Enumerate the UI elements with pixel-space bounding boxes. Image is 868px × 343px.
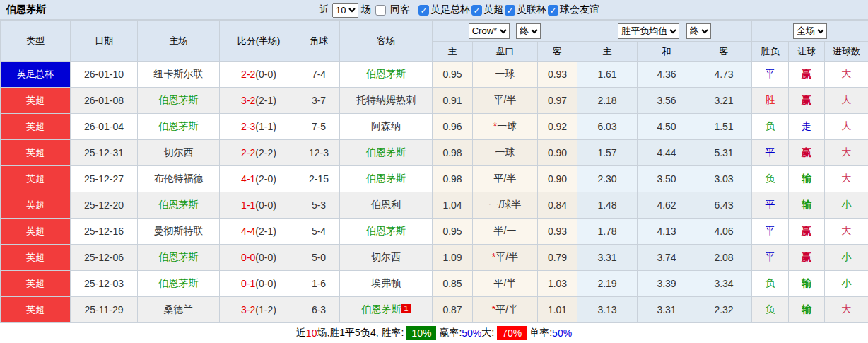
cell-date: 25-12-16 — [71, 219, 138, 245]
halftime-score: (2-2) — [255, 147, 276, 158]
cell-handicap-result: 赢 — [789, 245, 825, 271]
handicap-result-text: 输 — [802, 303, 811, 315]
cell-corners: 5-4 — [298, 219, 340, 245]
summary-segment: 赢率: — [439, 327, 462, 339]
goals-result-text: 小 — [842, 199, 852, 210]
handicap-result-text: 赢 — [802, 225, 811, 236]
cell-score: 0-0(0-0) — [220, 245, 298, 271]
games-count-select[interactable]: 10 — [332, 3, 358, 18]
cell-score: 3-2(1-2) — [220, 297, 298, 323]
checkbox-icon[interactable]: ✓ — [505, 5, 515, 16]
team-title: 伯恩茅斯 — [6, 4, 46, 16]
table-row: 英超 25-12-06 伯恩茅斯 0-0(0-0) 5-0 切尔西 1.09 *… — [1, 245, 868, 271]
checkbox-icon[interactable]: ✓ — [548, 5, 558, 16]
col-avg-draw: 和 — [638, 42, 696, 62]
cell-goals-result: 大 — [825, 62, 868, 88]
away-team-name: 伯恩利 — [371, 199, 401, 210]
goals-result-text: 大 — [842, 173, 852, 184]
same-opponent-checkbox[interactable] — [375, 5, 386, 16]
home-team-name: 伯恩茅斯 — [159, 94, 199, 105]
table-row: 英超 25-11-29 桑德兰 3-2(1-2) 6-3 伯恩茅斯1 0.87 … — [1, 297, 868, 323]
scope-select[interactable]: 全场 — [793, 23, 827, 39]
cell-away-team: 伯恩茅斯1 — [340, 297, 433, 323]
handicap-result-text: 赢 — [802, 146, 811, 158]
fulltime-score: 4-1 — [241, 173, 255, 185]
home-team-name: 曼彻斯特联 — [154, 225, 204, 236]
league-filter-label: 英超 — [483, 4, 503, 16]
cell-handicap-name: 平/半 — [473, 88, 538, 114]
cell-away-team: 伯恩茅斯 — [340, 62, 433, 88]
cell-result: 平 — [752, 62, 789, 88]
home-team-name: 伯恩茅斯 — [159, 251, 199, 262]
cell-handicap-name: *平/半 — [473, 297, 538, 323]
handicap-result-text: 赢 — [802, 251, 811, 262]
cell-handicap-result: 赢 — [789, 140, 825, 166]
cell-corners: 3-7 — [298, 88, 340, 114]
cell-handicap-result: 输 — [789, 297, 825, 323]
cell-away-team: 伯恩茅斯 — [340, 219, 433, 245]
summary-segment: 50% — [462, 327, 481, 339]
cell-date: 26-01-10 — [71, 62, 138, 88]
away-team-name: 伯恩茅斯 — [366, 68, 406, 79]
result-text: 平 — [766, 146, 775, 158]
halftime-score: (0-0) — [255, 252, 276, 263]
handicap-dropdown-group: Crow* 终 — [433, 21, 577, 42]
odds-state-select[interactable]: 终 — [516, 23, 541, 39]
handicap-name: 平/半 — [495, 303, 518, 315]
fulltime-score: 3-2 — [241, 304, 255, 315]
league-badge: 英超 — [26, 226, 45, 236]
cell-score: 2-2(2-2) — [220, 140, 298, 166]
league-filter[interactable]: ✓英足总杯 — [417, 4, 470, 16]
cell-goals-result: 大 — [825, 219, 868, 245]
avg-type-select[interactable]: 胜平负均值 — [618, 23, 679, 39]
cell-home-team: 伯恩茅斯 — [138, 88, 220, 114]
cell-home-team: 伯恩茅斯 — [138, 192, 220, 219]
cell-result: 负 — [752, 166, 789, 192]
avg-state-select[interactable]: 终 — [686, 23, 711, 39]
cell-handicap-away-odds: 0.90 — [538, 166, 577, 192]
cell-away-team: 伯恩茅斯 — [340, 140, 433, 166]
cell-result: 负 — [752, 271, 789, 297]
result-text: 平 — [766, 68, 775, 79]
cell-away-team: 埃弗顿 — [340, 271, 433, 297]
cell-league: 英超 — [1, 140, 71, 166]
handicap-result-text: 输 — [802, 199, 811, 210]
cell-result: 平 — [752, 219, 789, 245]
cell-corners: 2-15 — [298, 166, 340, 192]
cell-score: 2-3(1-1) — [220, 114, 298, 140]
cell-league: 英超 — [1, 166, 71, 192]
cell-avg-away: 5.31 — [696, 140, 752, 166]
cell-avg-away: 4.06 — [696, 219, 752, 245]
checkbox-icon[interactable]: ✓ — [471, 5, 482, 16]
col-away: 客场 — [340, 21, 433, 62]
fulltime-score: 2-2 — [241, 69, 255, 80]
league-badge: 英超 — [26, 147, 45, 158]
cell-handicap-away-odds: 0.92 — [538, 114, 577, 140]
cell-handicap-name: 平/半 — [473, 271, 538, 297]
cell-handicap-home-odds: 0.91 — [433, 88, 473, 114]
goals-result-text: 小 — [842, 277, 852, 289]
handicap-name: 半/一 — [494, 225, 517, 236]
cell-home-team: 纽卡斯尔联 — [138, 62, 220, 88]
cell-handicap-away-odds: 0.90 — [538, 140, 577, 166]
cell-avg-away: 4.73 — [696, 62, 752, 88]
league-filter[interactable]: ✓球会友谊 — [546, 4, 599, 16]
cell-handicap-name: 平/半 — [473, 166, 538, 192]
cell-home-team: 伯恩茅斯 — [138, 114, 220, 140]
handicap-result-text: 走 — [802, 120, 811, 132]
cell-result: 胜 — [752, 88, 789, 114]
table-row: 英足总杯 26-01-10 纽卡斯尔联 2-2(0-0) 7-4 伯恩茅斯 0.… — [1, 62, 868, 88]
cell-handicap-home-odds: 0.98 — [433, 140, 473, 166]
league-filter[interactable]: ✓英超 — [470, 4, 503, 16]
cell-handicap-name: 一/球半 — [473, 192, 538, 219]
odds-company-select[interactable]: Crow* — [469, 23, 510, 39]
checkbox-icon[interactable]: ✓ — [418, 5, 429, 16]
matches-tbody: 英足总杯 26-01-10 纽卡斯尔联 2-2(0-0) 7-4 伯恩茅斯 0.… — [1, 62, 868, 323]
league-filter-label: 英联杯 — [517, 4, 546, 16]
away-team-name: 切尔西 — [371, 251, 401, 262]
result-text: 平 — [766, 199, 775, 210]
cell-avg-away: 3.34 — [696, 271, 752, 297]
cell-date: 25-12-31 — [71, 140, 138, 166]
league-filter[interactable]: ✓英联杯 — [503, 4, 546, 16]
table-row: 英超 25-12-31 切尔西 2-2(2-2) 12-3 伯恩茅斯 0.98 … — [1, 140, 868, 166]
